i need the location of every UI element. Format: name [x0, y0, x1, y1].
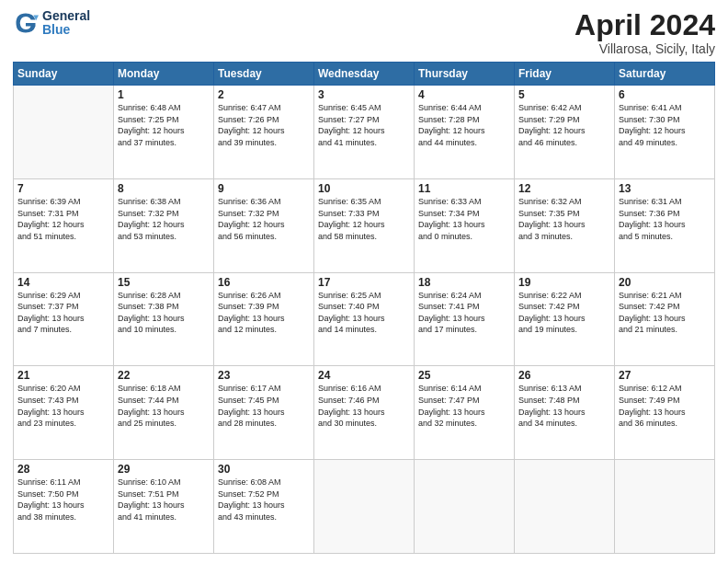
day-info: Sunrise: 6:17 AM Sunset: 7:45 PM Dayligh… — [218, 383, 310, 429]
calendar-table: Sunday Monday Tuesday Wednesday Thursday… — [13, 62, 715, 554]
day-number: 22 — [118, 369, 210, 382]
day-info: Sunrise: 6:25 AM Sunset: 7:40 PM Dayligh… — [318, 290, 410, 336]
day-info: Sunrise: 6:29 AM Sunset: 7:37 PM Dayligh… — [17, 290, 109, 336]
calendar-cell: 16Sunrise: 6:26 AM Sunset: 7:39 PM Dayli… — [214, 272, 314, 366]
calendar-cell — [415, 460, 515, 554]
day-info: Sunrise: 6:13 AM Sunset: 7:48 PM Dayligh… — [518, 383, 610, 429]
calendar-row-2: 7Sunrise: 6:39 AM Sunset: 7:31 PM Daylig… — [14, 178, 715, 272]
day-info: Sunrise: 6:47 AM Sunset: 7:26 PM Dayligh… — [218, 102, 310, 148]
calendar-cell: 1Sunrise: 6:48 AM Sunset: 7:25 PM Daylig… — [114, 86, 214, 179]
day-info: Sunrise: 6:16 AM Sunset: 7:46 PM Dayligh… — [318, 383, 410, 429]
page: General Blue April 2024 Villarosa, Sicil… — [0, 0, 728, 563]
day-number: 23 — [218, 369, 310, 382]
day-info: Sunrise: 6:44 AM Sunset: 7:28 PM Dayligh… — [418, 102, 510, 148]
calendar-cell: 11Sunrise: 6:33 AM Sunset: 7:34 PM Dayli… — [415, 178, 515, 272]
day-number: 11 — [418, 182, 510, 195]
day-info: Sunrise: 6:18 AM Sunset: 7:44 PM Dayligh… — [118, 383, 210, 429]
weekday-header-row: Sunday Monday Tuesday Wednesday Thursday… — [14, 63, 715, 86]
day-info: Sunrise: 6:20 AM Sunset: 7:43 PM Dayligh… — [17, 383, 109, 429]
day-number: 29 — [118, 463, 210, 476]
day-number: 1 — [118, 88, 210, 101]
day-info: Sunrise: 6:22 AM Sunset: 7:42 PM Dayligh… — [518, 290, 610, 336]
header-wednesday: Wednesday — [314, 63, 415, 86]
calendar-cell: 17Sunrise: 6:25 AM Sunset: 7:40 PM Dayli… — [314, 272, 415, 366]
header-sunday: Sunday — [14, 63, 114, 86]
day-number: 24 — [318, 369, 410, 382]
day-info: Sunrise: 6:42 AM Sunset: 7:29 PM Dayligh… — [518, 102, 610, 148]
day-info: Sunrise: 6:33 AM Sunset: 7:34 PM Dayligh… — [418, 196, 510, 242]
day-number: 19 — [518, 276, 610, 289]
main-title: April 2024 — [574, 9, 715, 41]
calendar-cell: 25Sunrise: 6:14 AM Sunset: 7:47 PM Dayli… — [415, 366, 515, 460]
calendar-cell: 7Sunrise: 6:39 AM Sunset: 7:31 PM Daylig… — [14, 178, 114, 272]
calendar-row-3: 14Sunrise: 6:29 AM Sunset: 7:37 PM Dayli… — [14, 272, 715, 366]
title-block: April 2024 Villarosa, Sicily, Italy — [574, 9, 715, 56]
day-info: Sunrise: 6:36 AM Sunset: 7:32 PM Dayligh… — [218, 196, 310, 242]
day-number: 14 — [17, 276, 109, 289]
calendar-cell: 30Sunrise: 6:08 AM Sunset: 7:52 PM Dayli… — [214, 460, 314, 554]
header-friday: Friday — [515, 63, 615, 86]
day-info: Sunrise: 6:32 AM Sunset: 7:35 PM Dayligh… — [518, 196, 610, 242]
day-info: Sunrise: 6:48 AM Sunset: 7:25 PM Dayligh… — [118, 102, 210, 148]
calendar-cell: 24Sunrise: 6:16 AM Sunset: 7:46 PM Dayli… — [314, 366, 415, 460]
day-number: 20 — [619, 276, 711, 289]
calendar-cell: 2Sunrise: 6:47 AM Sunset: 7:26 PM Daylig… — [214, 86, 314, 179]
calendar-cell: 4Sunrise: 6:44 AM Sunset: 7:28 PM Daylig… — [415, 86, 515, 179]
calendar-cell — [14, 86, 114, 179]
header-thursday: Thursday — [415, 63, 515, 86]
calendar-cell: 28Sunrise: 6:11 AM Sunset: 7:50 PM Dayli… — [14, 460, 114, 554]
header-saturday: Saturday — [615, 63, 715, 86]
day-info: Sunrise: 6:45 AM Sunset: 7:27 PM Dayligh… — [318, 102, 410, 148]
day-number: 13 — [619, 182, 711, 195]
calendar-cell: 13Sunrise: 6:31 AM Sunset: 7:36 PM Dayli… — [615, 178, 715, 272]
calendar-cell: 3Sunrise: 6:45 AM Sunset: 7:27 PM Daylig… — [314, 86, 415, 179]
calendar-row-1: 1Sunrise: 6:48 AM Sunset: 7:25 PM Daylig… — [14, 86, 715, 179]
calendar-cell — [314, 460, 415, 554]
day-number: 2 — [218, 88, 310, 101]
calendar-cell — [615, 460, 715, 554]
day-info: Sunrise: 6:35 AM Sunset: 7:33 PM Dayligh… — [318, 196, 410, 242]
calendar-row-4: 21Sunrise: 6:20 AM Sunset: 7:43 PM Dayli… — [14, 366, 715, 460]
calendar-cell: 21Sunrise: 6:20 AM Sunset: 7:43 PM Dayli… — [14, 366, 114, 460]
day-info: Sunrise: 6:21 AM Sunset: 7:42 PM Dayligh… — [619, 290, 711, 336]
calendar-row-5: 28Sunrise: 6:11 AM Sunset: 7:50 PM Dayli… — [14, 460, 715, 554]
day-number: 8 — [118, 182, 210, 195]
day-info: Sunrise: 6:10 AM Sunset: 7:51 PM Dayligh… — [118, 477, 210, 523]
day-number: 6 — [619, 88, 711, 101]
logo-icon — [13, 10, 39, 36]
day-number: 16 — [218, 276, 310, 289]
day-info: Sunrise: 6:26 AM Sunset: 7:39 PM Dayligh… — [218, 290, 310, 336]
day-info: Sunrise: 6:11 AM Sunset: 7:50 PM Dayligh… — [17, 477, 109, 523]
day-number: 17 — [318, 276, 410, 289]
logo-text: General Blue — [42, 9, 90, 38]
calendar-cell: 26Sunrise: 6:13 AM Sunset: 7:48 PM Dayli… — [515, 366, 615, 460]
day-number: 30 — [218, 463, 310, 476]
calendar-cell: 23Sunrise: 6:17 AM Sunset: 7:45 PM Dayli… — [214, 366, 314, 460]
calendar-cell: 22Sunrise: 6:18 AM Sunset: 7:44 PM Dayli… — [114, 366, 214, 460]
day-info: Sunrise: 6:12 AM Sunset: 7:49 PM Dayligh… — [619, 383, 711, 429]
header-monday: Monday — [114, 63, 214, 86]
day-number: 4 — [418, 88, 510, 101]
day-number: 26 — [518, 369, 610, 382]
day-number: 10 — [318, 182, 410, 195]
calendar-cell — [515, 460, 615, 554]
day-number: 21 — [17, 369, 109, 382]
day-info: Sunrise: 6:28 AM Sunset: 7:38 PM Dayligh… — [118, 290, 210, 336]
calendar-cell: 27Sunrise: 6:12 AM Sunset: 7:49 PM Dayli… — [615, 366, 715, 460]
day-info: Sunrise: 6:24 AM Sunset: 7:41 PM Dayligh… — [418, 290, 510, 336]
calendar-cell: 20Sunrise: 6:21 AM Sunset: 7:42 PM Dayli… — [615, 272, 715, 366]
calendar-cell: 12Sunrise: 6:32 AM Sunset: 7:35 PM Dayli… — [515, 178, 615, 272]
day-number: 12 — [518, 182, 610, 195]
calendar-cell: 29Sunrise: 6:10 AM Sunset: 7:51 PM Dayli… — [114, 460, 214, 554]
header: General Blue April 2024 Villarosa, Sicil… — [13, 9, 715, 56]
day-info: Sunrise: 6:31 AM Sunset: 7:36 PM Dayligh… — [619, 196, 711, 242]
day-info: Sunrise: 6:41 AM Sunset: 7:30 PM Dayligh… — [619, 102, 711, 148]
calendar-cell: 10Sunrise: 6:35 AM Sunset: 7:33 PM Dayli… — [314, 178, 415, 272]
day-number: 3 — [318, 88, 410, 101]
logo: General Blue — [13, 9, 90, 38]
calendar-cell: 9Sunrise: 6:36 AM Sunset: 7:32 PM Daylig… — [214, 178, 314, 272]
day-number: 5 — [518, 88, 610, 101]
day-number: 28 — [17, 463, 109, 476]
calendar-cell: 8Sunrise: 6:38 AM Sunset: 7:32 PM Daylig… — [114, 178, 214, 272]
calendar-cell: 5Sunrise: 6:42 AM Sunset: 7:29 PM Daylig… — [515, 86, 615, 179]
